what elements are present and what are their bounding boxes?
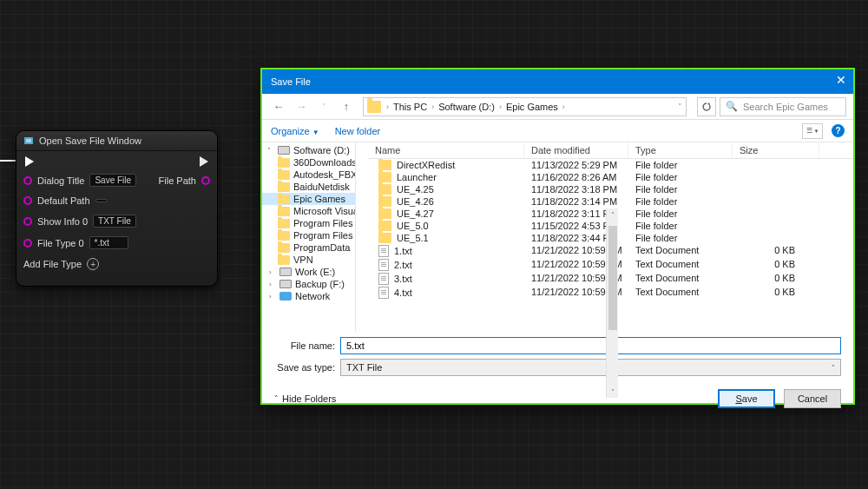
text-file-icon <box>378 273 389 285</box>
label-file-path: File Path <box>159 175 196 186</box>
chevron-down-icon[interactable]: ˅ <box>678 102 682 111</box>
file-size <box>733 232 819 244</box>
tree-item[interactable]: Program Files ( <box>262 229 355 241</box>
file-size: 0 KB <box>733 286 819 300</box>
add-file-type-button[interactable]: + <box>87 258 99 270</box>
breadcrumb-this-pc[interactable]: This PC <box>391 102 430 112</box>
file-name: DirectXRedist <box>397 160 455 170</box>
scroll-down-icon[interactable]: ˅ <box>607 386 619 398</box>
help-icon[interactable]: ? <box>832 124 845 137</box>
tree-scrollbar[interactable]: ˄ ˅ <box>606 208 618 398</box>
column-size[interactable]: Size <box>733 142 819 158</box>
file-type: File folder <box>628 171 733 183</box>
folder-icon <box>367 101 381 113</box>
folder-icon <box>278 182 290 192</box>
chevron-icon: › <box>269 293 276 301</box>
search-input[interactable]: 🔍 Search Epic Games <box>720 97 846 116</box>
tree-item[interactable]: Program Files <box>262 217 355 229</box>
folder-icon <box>279 268 292 276</box>
pin-file-path-out[interactable] <box>201 176 210 185</box>
tree-label: BaiduNetdisk <box>293 182 350 192</box>
tree-item[interactable]: 360Downloads <box>262 156 355 169</box>
file-date: 11/18/2022 3:18 PM <box>524 183 628 195</box>
save-button[interactable]: Save <box>718 389 775 408</box>
folder-icon <box>378 172 391 182</box>
input-show-info-0[interactable]: TXT File <box>93 215 136 228</box>
saveas-type-select[interactable]: TXT File ˅ <box>340 359 841 376</box>
tree-item[interactable]: ProgramData <box>262 241 355 254</box>
pin-default-path[interactable] <box>23 196 32 205</box>
scroll-up-icon[interactable]: ˄ <box>607 208 619 221</box>
chevron-down-icon: ˄ <box>274 394 279 403</box>
tree-item[interactable]: Microsoft Visua <box>262 205 355 217</box>
nav-up-button[interactable]: ↑ <box>337 97 356 116</box>
tree-item[interactable]: VPN <box>262 254 355 266</box>
file-type: Text Document <box>628 258 733 272</box>
exec-pin-out[interactable] <box>200 156 208 167</box>
breadcrumb-software-d[interactable]: Software (D:) <box>436 102 497 112</box>
node-header[interactable]: Open Save File Window <box>16 131 217 151</box>
pin-show-info-0[interactable] <box>23 217 32 226</box>
file-date: 11/18/2022 3:14 PM <box>524 195 628 208</box>
chevron-icon: › <box>269 281 276 288</box>
tree-item[interactable]: ›Network <box>262 290 355 302</box>
file-size <box>733 183 819 195</box>
tree-item[interactable]: Epic Games <box>262 193 355 205</box>
text-file-icon <box>378 287 389 299</box>
hide-folders-toggle[interactable]: ˄ Hide Folders <box>274 393 336 404</box>
breadcrumb[interactable]: › This PC › Software (D:) › Epic Games ›… <box>363 97 687 116</box>
dialog-navbar: ← → ˅ ↑ › This PC › Software (D:) › Epic… <box>262 94 853 120</box>
tree-label: ProgramData <box>293 242 350 253</box>
column-name[interactable]: Name <box>368 142 524 158</box>
tree-label: Backup (F:) <box>295 279 345 289</box>
tree-item[interactable]: ˅Software (D:) <box>262 144 355 156</box>
breadcrumb-epic-games[interactable]: Epic Games <box>503 102 561 112</box>
close-icon[interactable]: ✕ <box>836 73 846 87</box>
file-name: UE_4.27 <box>397 208 434 219</box>
tree-item[interactable]: ›Backup (F:) <box>262 278 355 290</box>
pin-file-type-0[interactable] <box>23 239 32 248</box>
file-row[interactable]: Launcher11/16/2022 8:26 AMFile folder <box>368 171 853 183</box>
file-row[interactable]: UE_4.2611/18/2022 3:14 PMFile folder <box>368 195 853 208</box>
folder-icon <box>278 255 290 265</box>
scroll-thumb[interactable] <box>608 226 617 330</box>
file-type: Text Document <box>628 286 733 300</box>
folder-icon <box>378 196 391 207</box>
folder-icon <box>278 195 290 204</box>
tree-label: Software (D:) <box>293 145 350 155</box>
refresh-button[interactable] <box>697 97 716 116</box>
file-row[interactable]: DirectXRedist11/13/2022 5:29 PMFile fold… <box>368 159 853 171</box>
view-options-button[interactable]: ☰ ▼ <box>802 123 823 139</box>
dialog-titlebar[interactable]: Save File ✕ <box>262 69 853 94</box>
organize-menu[interactable]: Organize ▼ <box>271 126 319 136</box>
nav-recent-button[interactable]: ˅ <box>314 97 333 116</box>
exec-pin-in[interactable] <box>25 156 34 167</box>
cancel-button[interactable]: Cancel <box>784 389 841 408</box>
folder-tree[interactable]: ˅Software (D:)360DownloadsAutodesk_FBX_B… <box>262 142 356 332</box>
input-file-type-0[interactable]: *.txt <box>89 236 128 249</box>
blueprint-node-open-save-file-window[interactable]: Open Save File Window Dialog Title Save … <box>16 130 218 287</box>
folder-icon <box>278 170 290 180</box>
node-body: Dialog Title Save File File Path Default… <box>16 151 217 286</box>
file-size: 0 KB <box>733 272 819 286</box>
tree-item[interactable]: Autodesk_FBX_ <box>262 169 355 181</box>
tree-item[interactable]: BaiduNetdisk <box>262 181 355 193</box>
input-dialog-title[interactable]: Save File <box>89 174 136 187</box>
new-folder-button[interactable]: New folder <box>335 126 381 136</box>
filename-input[interactable] <box>340 337 841 354</box>
nav-forward-button[interactable]: → <box>292 97 311 116</box>
file-name: Launcher <box>397 172 437 182</box>
folder-icon <box>278 207 290 216</box>
file-list-header[interactable]: Name Date modified Type Size <box>368 142 853 159</box>
nav-back-button[interactable]: ← <box>269 97 288 116</box>
column-date[interactable]: Date modified <box>524 142 628 158</box>
file-date: 11/16/2022 8:26 AM <box>524 171 628 183</box>
chevron-icon: ˅ <box>267 147 274 155</box>
input-default-path[interactable] <box>95 199 108 202</box>
label-dialog-title: Dialog Title <box>37 175 84 186</box>
tree-item[interactable]: ›Work (E:) <box>262 266 355 278</box>
file-row[interactable]: UE_4.2511/18/2022 3:18 PMFile folder <box>368 183 853 195</box>
column-type[interactable]: Type <box>628 142 733 158</box>
file-type: File folder <box>628 183 733 195</box>
pin-dialog-title[interactable] <box>23 176 32 185</box>
